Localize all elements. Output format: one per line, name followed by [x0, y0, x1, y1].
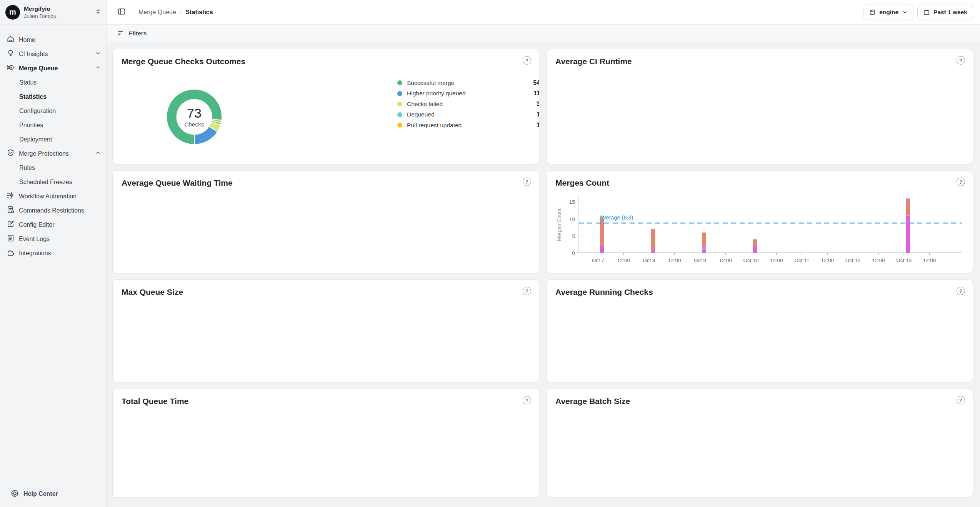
- help-icon[interactable]: ?: [957, 396, 965, 404]
- sidebar-item-status[interactable]: Status: [0, 75, 106, 90]
- time-range-button[interactable]: Past 1 week: [917, 5, 973, 20]
- config-editor-icon: [6, 219, 15, 230]
- card-title: Average Running Checks: [547, 280, 973, 297]
- checks-outcomes-donut: [162, 84, 227, 151]
- chevron-up-icon: [95, 150, 101, 157]
- svg-text:Oct 9: Oct 9: [694, 258, 706, 263]
- svg-text:12:00: 12:00: [821, 258, 834, 263]
- sidebar-toggle-icon[interactable]: [117, 7, 126, 17]
- svg-text:5: 5: [572, 233, 575, 239]
- user-name: Julien Danjou: [24, 13, 95, 19]
- help-icon[interactable]: ?: [957, 178, 965, 186]
- breadcrumb-chevron-icon: ›: [180, 9, 182, 15]
- card-batch-size: Average Batch Size ? 00.511.523Batch Siz…: [546, 389, 973, 498]
- mergify-logo-icon: m: [5, 5, 20, 20]
- help-center-link[interactable]: Help Center: [0, 486, 64, 502]
- help-icon[interactable]: ?: [523, 396, 531, 404]
- card-running-checks: Average Running Checks ? 012345Running C…: [546, 279, 973, 382]
- card-title: Max Queue Size: [113, 280, 539, 297]
- sidebar-item-integrations[interactable]: Integrations: [0, 246, 106, 260]
- main-area: Merge Queue › Statistics engine Past 1 w…: [107, 0, 980, 507]
- legend-item: Higher priority queued 11: [397, 88, 539, 99]
- card-title: Average CI Runtime: [547, 49, 973, 66]
- card-title: Average Batch Size: [547, 389, 973, 406]
- card-queue-waiting: Average Queue Waiting Time ? 2hrs5hrs8hr…: [112, 170, 539, 273]
- sidebar-item-commands-restrictions[interactable]: Commands Restrictions: [0, 203, 106, 218]
- card-max-queue-size: Max Queue Size ? 261014Max Queue SizeOct…: [112, 279, 539, 382]
- sidebar-nav: HomeCI InsightsnMerge QueueStatusStatist…: [0, 33, 106, 260]
- breadcrumb-statistics: Statistics: [186, 9, 213, 16]
- merge-queue-icon: n: [6, 63, 15, 73]
- card-merges-count: Merges Count ? 051015Merges CountOct 712…: [546, 170, 973, 273]
- svg-text:Oct 13: Oct 13: [896, 258, 912, 263]
- sidebar-item-config-editor[interactable]: Config Editor: [0, 218, 106, 232]
- sidebar-item-rules[interactable]: Rules: [0, 161, 106, 175]
- repository-select[interactable]: engine: [863, 5, 913, 20]
- legend-item: Checks failed 3: [397, 99, 539, 110]
- filters-bar[interactable]: Filters: [107, 25, 980, 42]
- svg-text:12:00: 12:00: [923, 258, 936, 263]
- integrations-icon: [6, 248, 15, 258]
- svg-text:12:00: 12:00: [719, 258, 732, 263]
- sidebar: m Mergifyio Julien Danjou HomeCI Insight…: [0, 0, 107, 507]
- merge-protections-icon: [6, 148, 15, 159]
- legend-dot: [397, 123, 402, 128]
- dashboard-grid: Merge Queue Checks Outcomes ? 73 Checks …: [107, 42, 980, 507]
- sidebar-item-scheduled-freezes[interactable]: Scheduled Freezes: [0, 175, 106, 189]
- svg-text:Oct 11: Oct 11: [795, 258, 810, 263]
- card-ci-runtime: Average CI Runtime ? 0s10min20min30min40…: [546, 49, 973, 164]
- calendar-icon: [923, 9, 930, 16]
- svg-text:Average (8.8): Average (8.8): [600, 214, 633, 221]
- help-icon[interactable]: ?: [523, 56, 531, 65]
- sidebar-item-event-logs[interactable]: Event Logs: [0, 232, 106, 246]
- repo-icon: [869, 9, 876, 16]
- legend-dot: [397, 112, 402, 117]
- card-title: Merge Queue Checks Outcomes: [113, 49, 539, 66]
- svg-text:Oct 10: Oct 10: [743, 258, 759, 263]
- svg-text:0: 0: [572, 250, 575, 256]
- card-title: Total Queue Time: [113, 389, 539, 406]
- sidebar-item-merge-queue[interactable]: nMerge Queue: [0, 61, 106, 75]
- workspace-switcher[interactable]: m Mergifyio Julien Danjou: [0, 0, 106, 25]
- sidebar-item-merge-protections[interactable]: Merge Protections: [0, 146, 106, 161]
- sidebar-item-configuration[interactable]: Configuration: [0, 104, 106, 118]
- svg-text:12:00: 12:00: [770, 258, 783, 263]
- chevron-up-icon: [95, 65, 101, 72]
- sidebar-item-statistics[interactable]: Statistics: [0, 90, 106, 104]
- svg-text:12:00: 12:00: [872, 258, 885, 263]
- breadcrumb-merge-queue[interactable]: Merge Queue: [138, 9, 176, 16]
- svg-text:Oct 8: Oct 8: [643, 258, 655, 263]
- outcomes-legend: Successful merge 54 Higher priority queu…: [397, 78, 539, 131]
- commands-restrictions-icon: [6, 205, 15, 216]
- topbar: Merge Queue › Statistics engine Past 1 w…: [107, 0, 980, 25]
- chevron-down-icon: [902, 9, 908, 15]
- help-icon[interactable]: ?: [523, 287, 531, 295]
- sidebar-item-priorities[interactable]: Priorities: [0, 118, 106, 132]
- workflow-automation-icon: [6, 191, 15, 201]
- svg-text:15: 15: [569, 199, 575, 205]
- org-name: Mergifyio: [24, 5, 95, 12]
- topbar-divider: [132, 8, 132, 17]
- sidebar-item-workflow-automation[interactable]: Workflow Automation: [0, 189, 106, 203]
- legend-item: Successful merge 54: [397, 78, 539, 88]
- legend-item: Pull request updated 1: [397, 120, 539, 131]
- legend-dot: [397, 91, 402, 96]
- svg-text:12:00: 12:00: [668, 258, 681, 263]
- legend-dot: [397, 101, 402, 106]
- svg-text:10: 10: [569, 216, 575, 222]
- svg-text:Oct 7: Oct 7: [592, 258, 604, 263]
- event-logs-icon: [6, 234, 15, 244]
- card-title: Merges Count: [547, 171, 973, 188]
- svg-text:Oct 12: Oct 12: [845, 258, 861, 263]
- card-checks-outcomes: Merge Queue Checks Outcomes ? 73 Checks …: [112, 49, 539, 164]
- svg-text:n: n: [10, 66, 12, 69]
- sidebar-item-home[interactable]: Home: [0, 33, 106, 47]
- filter-icon: [117, 30, 125, 37]
- sidebar-item-deployment[interactable]: Deployment: [0, 132, 106, 146]
- help-icon[interactable]: ?: [957, 287, 965, 295]
- help-icon[interactable]: ?: [957, 56, 965, 65]
- card-total-queue-time: Total Queue Time ? 2hrs5hrs8hrs11hrs14hr…: [112, 389, 539, 498]
- card-title: Average Queue Waiting Time: [113, 171, 539, 188]
- sidebar-item-ci-insights[interactable]: CI Insights: [0, 47, 106, 61]
- help-icon[interactable]: ?: [523, 178, 531, 186]
